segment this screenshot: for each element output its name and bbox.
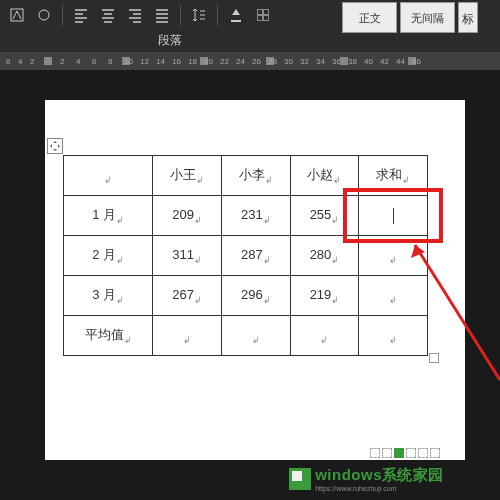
table-cell[interactable]: 求和↲ <box>359 156 428 196</box>
table-move-handle[interactable] <box>47 138 63 154</box>
styles-panel: 正文 无间隔 标 <box>340 0 480 35</box>
svg-rect-3 <box>258 10 262 14</box>
svg-rect-5 <box>258 16 262 20</box>
style-no-spacing[interactable]: 无间隔 <box>400 2 455 33</box>
table-cell[interactable]: ↲ <box>359 316 428 356</box>
watermark: windows系统家园 https://www.ruhezhuji.com <box>289 466 444 492</box>
text-cursor <box>393 208 394 224</box>
table-cell[interactable]: 1 月↲ <box>64 196 153 236</box>
borders-icon[interactable] <box>251 3 275 27</box>
align-left-icon[interactable] <box>69 3 93 27</box>
document-area: ↲ 小王↲ 小李↲ 小赵↲ 求和↲ 1 月↲ 209↲ 231↲ 255↲ 2 … <box>0 70 500 500</box>
style-normal[interactable]: 正文 <box>342 2 397 33</box>
watermark-title: windows系统家园 <box>315 466 444 485</box>
align-justify-icon[interactable] <box>150 3 174 27</box>
format-icon[interactable] <box>32 3 56 27</box>
style-heading-partial[interactable]: 标 <box>458 2 478 33</box>
watermark-logo-icon <box>289 468 311 490</box>
table-cell[interactable]: 209↲ <box>153 196 222 236</box>
table-cell[interactable]: ↲ <box>222 316 291 356</box>
table-resize-handle[interactable] <box>429 353 439 363</box>
table-cell[interactable]: 231↲ <box>222 196 291 236</box>
svg-rect-4 <box>264 10 268 14</box>
svg-rect-6 <box>264 16 268 20</box>
table-cell[interactable]: 287↲ <box>222 236 291 276</box>
line-spacing-icon[interactable] <box>187 3 211 27</box>
table-cell[interactable]: ↲ <box>290 316 359 356</box>
table-cell[interactable]: 2 月↲ <box>64 236 153 276</box>
table-cell[interactable]: 小赵↲ <box>290 156 359 196</box>
table-cell[interactable]: 小王↲ <box>153 156 222 196</box>
decoration-squares <box>370 448 440 458</box>
page[interactable]: ↲ 小王↲ 小李↲ 小赵↲ 求和↲ 1 月↲ 209↲ 231↲ 255↲ 2 … <box>45 100 465 460</box>
table-header-row: ↲ 小王↲ 小李↲ 小赵↲ 求和↲ <box>64 156 428 196</box>
highlight-icon[interactable] <box>5 3 29 27</box>
table-cell[interactable]: ↲ <box>359 236 428 276</box>
table-cell[interactable]: 小李↲ <box>222 156 291 196</box>
table-cell[interactable]: 平均值↲ <box>64 316 153 356</box>
data-table[interactable]: ↲ 小王↲ 小李↲ 小赵↲ 求和↲ 1 月↲ 209↲ 231↲ 255↲ 2 … <box>63 155 428 356</box>
svg-point-1 <box>39 10 49 20</box>
watermark-url: https://www.ruhezhuji.com <box>315 485 444 492</box>
table-cell[interactable]: 296↲ <box>222 276 291 316</box>
table-row: 平均值↲ ↲ ↲ ↲ ↲ <box>64 316 428 356</box>
table-cell[interactable]: 255↲ <box>290 196 359 236</box>
table-cell[interactable]: 219↲ <box>290 276 359 316</box>
table-row: 3 月↲ 267↲ 296↲ 219↲ ↲ <box>64 276 428 316</box>
table-cell[interactable]: 3 月↲ <box>64 276 153 316</box>
table-cell[interactable]: ↲ <box>153 316 222 356</box>
table-cell[interactable]: ↲ <box>359 276 428 316</box>
paragraph-section-label: 段落 <box>0 30 340 50</box>
align-center-icon[interactable] <box>96 3 120 27</box>
ribbon-toolbar: 段落 正文 无间隔 标 <box>0 0 500 52</box>
table-cell[interactable]: 280↲ <box>290 236 359 276</box>
align-right-icon[interactable] <box>123 3 147 27</box>
horizontal-ruler[interactable]: 6 4 2 2 4 6 8 10 12 14 16 18 20 22 24 26… <box>0 52 500 70</box>
table-cell[interactable]: 267↲ <box>153 276 222 316</box>
table-row: 2 月↲ 311↲ 287↲ 280↲ ↲ <box>64 236 428 276</box>
table-cell[interactable]: ↲ <box>64 156 153 196</box>
table-cell[interactable]: 311↲ <box>153 236 222 276</box>
fill-color-icon[interactable] <box>224 3 248 27</box>
table-cell-active[interactable] <box>359 196 428 236</box>
table-row: 1 月↲ 209↲ 231↲ 255↲ <box>64 196 428 236</box>
